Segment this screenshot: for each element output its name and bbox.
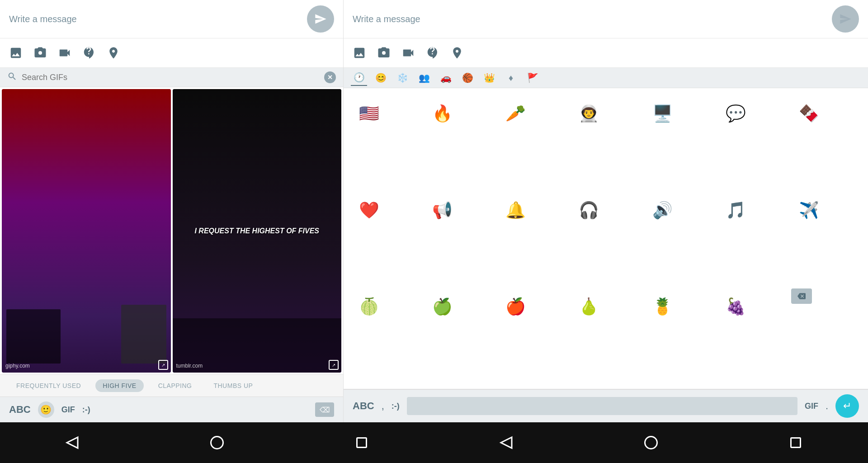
bottom-nav-right: [434, 435, 868, 451]
bottom-navigation: [0, 422, 868, 463]
gif-item-2[interactable]: I REQUEST THE HIGHEST OF FIVES tumblr.co…: [173, 89, 342, 373]
emoji-flag-us[interactable]: 🇺🇸: [351, 95, 387, 132]
emoji-computer[interactable]: 🖥️: [644, 95, 680, 132]
emoji-cat-smiley[interactable]: 😊: [373, 70, 389, 86]
keyboard-right: ABC , :-) GIF . ↵: [344, 389, 868, 422]
tab-high-five[interactable]: HIGH FIVE: [95, 379, 144, 392]
kbd-dot[interactable]: .: [826, 400, 828, 412]
toolbar-left: [0, 38, 343, 68]
gif-external-link-1[interactable]: ↗: [158, 360, 168, 370]
camera-icon-right[interactable]: [377, 46, 391, 60]
emoji-red-apple[interactable]: 🍎: [498, 288, 534, 325]
send-button-left[interactable]: [307, 5, 334, 33]
back-button-right[interactable]: [498, 435, 514, 451]
sticker-icon[interactable]: [82, 46, 96, 60]
tab-thumbs-up[interactable]: THUMBS UP: [206, 379, 260, 392]
emoji-cat-sports[interactable]: 🏀: [459, 70, 476, 86]
video-icon[interactable]: [58, 46, 71, 60]
bottom-nav-left: [0, 435, 434, 451]
gif-search-bar: ✕: [0, 68, 343, 87]
svg-marker-3: [501, 437, 512, 448]
emoji-grapes[interactable]: 🍇: [717, 288, 754, 325]
message-input-area-right: Write a message: [344, 0, 868, 38]
location-icon-right[interactable]: [450, 46, 464, 60]
home-button-left[interactable]: [209, 435, 225, 451]
svg-rect-2: [357, 438, 367, 448]
camera-icon[interactable]: [33, 46, 47, 60]
tab-frequently-used[interactable]: FREQUENTLY USED: [9, 379, 88, 392]
emoji-speaker[interactable]: 🔊: [644, 192, 680, 228]
gif-watermark-1: giphy.com: [5, 363, 30, 369]
gif-category-tabs: FREQUENTLY USED HIGH FIVE CLAPPING THUMB…: [0, 374, 343, 397]
svg-point-1: [211, 437, 223, 449]
kbd-gif-right[interactable]: GIF: [805, 402, 818, 411]
emoji-fire[interactable]: 🔥: [424, 95, 460, 132]
kbd-space-bar[interactable]: [407, 397, 797, 415]
emoji-melon[interactable]: 🍈: [351, 288, 387, 325]
left-panel: Write a message: [0, 0, 344, 422]
emoji-airplane[interactable]: ✈️: [791, 192, 827, 228]
kbd-abc-right[interactable]: ABC: [353, 400, 374, 412]
kbd-emoji-left[interactable]: 🙂: [38, 402, 54, 418]
emoji-cat-crown[interactable]: 👑: [481, 70, 497, 86]
svg-marker-0: [67, 437, 78, 448]
emoji-carrot[interactable]: 🥕: [498, 95, 534, 132]
emoji-delete-button[interactable]: [791, 288, 812, 304]
gif-watermark-2: tumblr.com: [176, 363, 203, 369]
recents-button-left[interactable]: [354, 435, 370, 451]
image-icon[interactable]: [9, 46, 23, 60]
emoji-cat-flags[interactable]: 🚩: [524, 70, 541, 86]
back-button-left[interactable]: [64, 435, 80, 451]
toolbar-right: [344, 38, 868, 68]
right-panel: Write a message 🕐: [344, 0, 868, 422]
gif-text-overlay: I REQUEST THE HIGHEST OF FIVES: [194, 227, 319, 235]
message-input-area-left: Write a message: [0, 0, 343, 38]
emoji-pineapple[interactable]: 🍍: [644, 288, 680, 325]
kbd-comma[interactable]: ,: [382, 400, 384, 412]
home-button-right[interactable]: [643, 435, 659, 451]
emoji-astronaut[interactable]: 👨‍🚀: [571, 95, 607, 132]
svg-rect-5: [791, 438, 801, 448]
emoji-green-apple[interactable]: 🍏: [424, 288, 460, 325]
kbd-smiley-left[interactable]: :-): [82, 405, 90, 415]
kbd-backspace-left[interactable]: ⌫: [315, 402, 334, 417]
send-button-right[interactable]: [832, 5, 859, 33]
emoji-speech[interactable]: 💬: [717, 95, 754, 132]
kbd-abc-left[interactable]: ABC: [9, 404, 31, 416]
emoji-headphones[interactable]: 🎧: [571, 192, 607, 228]
emoji-chocolate[interactable]: 🍫: [791, 95, 827, 132]
gif-item-1[interactable]: giphy.com ↗: [2, 89, 171, 373]
message-placeholder-right[interactable]: Write a message: [353, 14, 832, 24]
tab-clapping[interactable]: CLAPPING: [151, 379, 199, 392]
emoji-bell[interactable]: 🔔: [498, 192, 534, 228]
emoji-category-bar: 🕐 😊 ❄️ 👥 🚗 🏀 👑 ♦ 🚩: [344, 68, 868, 88]
kbd-gif-left[interactable]: GIF: [61, 405, 75, 415]
sticker-icon-right[interactable]: [426, 46, 439, 60]
emoji-grid: 🇺🇸 🔥 🥕 👨‍🚀 🖥️ 💬 🍫 ❤️ 📢 🔔 🎧 🔊 🎵 ✈️ 🍈 🍏 🍎 …: [344, 88, 868, 389]
kbd-smiley-right[interactable]: :-): [392, 402, 400, 411]
emoji-cat-objects[interactable]: ♦: [503, 70, 519, 86]
emoji-pear[interactable]: 🍐: [571, 288, 607, 325]
keyboard-left: ABC 🙂 GIF :-) ⌫: [0, 397, 343, 422]
search-icon: [7, 71, 17, 83]
kbd-enter-button[interactable]: ↵: [835, 394, 859, 418]
emoji-music[interactable]: 🎵: [717, 192, 754, 228]
gif-grid: giphy.com ↗ I REQUEST THE HIGHEST OF FIV…: [0, 87, 343, 374]
emoji-cat-recent[interactable]: 🕐: [351, 70, 367, 86]
emoji-cat-travel[interactable]: 🚗: [438, 70, 454, 86]
recents-button-right[interactable]: [788, 435, 804, 451]
image-icon-right[interactable]: [353, 46, 366, 60]
location-icon[interactable]: [107, 46, 120, 60]
emoji-megaphone[interactable]: 📢: [424, 192, 460, 228]
search-clear-button[interactable]: ✕: [324, 71, 336, 83]
emoji-heart[interactable]: ❤️: [351, 192, 387, 228]
gif-external-link-2[interactable]: ↗: [329, 360, 339, 370]
message-placeholder-left[interactable]: Write a message: [9, 14, 307, 24]
emoji-cat-nature[interactable]: ❄️: [394, 70, 410, 86]
gif-search-input[interactable]: [22, 73, 320, 82]
svg-point-4: [645, 437, 657, 449]
emoji-cat-people[interactable]: 👥: [416, 70, 432, 86]
video-icon-right[interactable]: [401, 46, 415, 60]
